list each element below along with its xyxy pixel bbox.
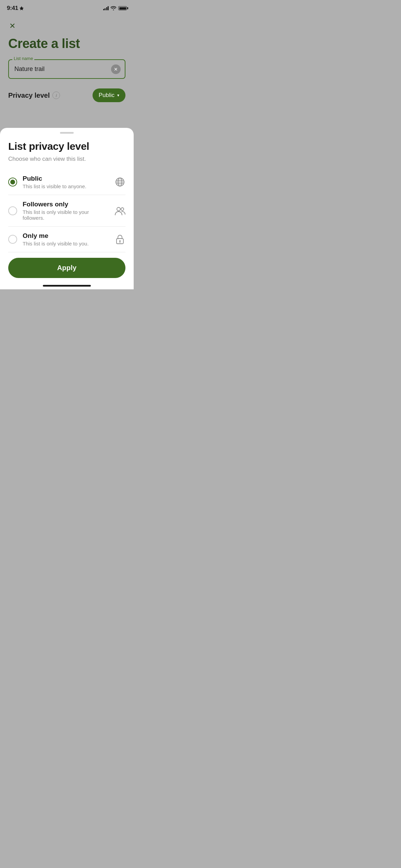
signal-bars	[103, 6, 109, 10]
globe-icon	[114, 177, 125, 188]
sheet-subtitle: Choose who can view this list.	[8, 156, 125, 162]
info-icon[interactable]: i	[52, 92, 60, 99]
option-public[interactable]: Public This list is visible to anyone.	[8, 169, 125, 195]
followers-icon	[114, 205, 125, 216]
option-onlyme[interactable]: Only me This list is only visible to you…	[8, 227, 125, 252]
svg-point-6	[121, 208, 124, 210]
lock-icon	[114, 234, 125, 245]
option-onlyme-desc: This list is only visible to you.	[23, 241, 109, 246]
home-indicator	[43, 285, 91, 287]
option-followers-text: Followers only This list is only visible…	[23, 201, 109, 221]
list-name-input[interactable]	[8, 59, 125, 79]
close-button[interactable]: ✕	[5, 19, 20, 34]
list-name-label: List name	[12, 56, 34, 61]
option-followers[interactable]: Followers only This list is only visible…	[8, 195, 125, 227]
clear-input-button[interactable]: ✕	[111, 64, 121, 74]
wifi-icon	[111, 6, 116, 10]
privacy-label-group: Privacy level i	[8, 92, 60, 99]
background-content: ✕ Create a list List name ✕ Privacy leve…	[0, 15, 134, 102]
radio-onlyme[interactable]	[8, 235, 17, 244]
close-icon: ✕	[9, 22, 15, 30]
list-name-field-container: List name ✕	[8, 59, 125, 79]
radio-public[interactable]	[8, 178, 17, 186]
svg-point-5	[117, 207, 120, 211]
option-onlyme-text: Only me This list is only visible to you…	[23, 232, 109, 246]
bottom-sheet: List privacy level Choose who can view t…	[0, 128, 134, 289]
sheet-handle	[60, 132, 74, 134]
option-followers-desc: This list is only visible to your follow…	[23, 209, 109, 221]
option-public-title: Public	[23, 175, 109, 182]
option-public-desc: This list is visible to anyone.	[23, 183, 109, 189]
option-followers-title: Followers only	[23, 201, 109, 208]
status-time: 9:41	[7, 5, 18, 12]
privacy-dropdown-label: Public	[99, 92, 114, 99]
dropdown-arrow-icon: ▾	[117, 93, 119, 98]
status-bar: 9:41	[0, 0, 134, 15]
battery-icon	[118, 6, 127, 10]
privacy-dropdown[interactable]: Public ▾	[93, 88, 125, 102]
option-public-text: Public This list is visible to anyone.	[23, 175, 109, 189]
location-icon	[20, 6, 24, 10]
radio-public-inner	[10, 180, 15, 184]
privacy-label: Privacy level	[8, 92, 50, 99]
status-icons	[103, 6, 127, 10]
page-title: Create a list	[8, 36, 125, 51]
privacy-row: Privacy level i Public ▾	[8, 88, 125, 102]
apply-button[interactable]: Apply	[8, 258, 125, 278]
sheet-title: List privacy level	[8, 141, 125, 152]
radio-followers[interactable]	[8, 206, 17, 215]
option-onlyme-title: Only me	[23, 232, 109, 240]
